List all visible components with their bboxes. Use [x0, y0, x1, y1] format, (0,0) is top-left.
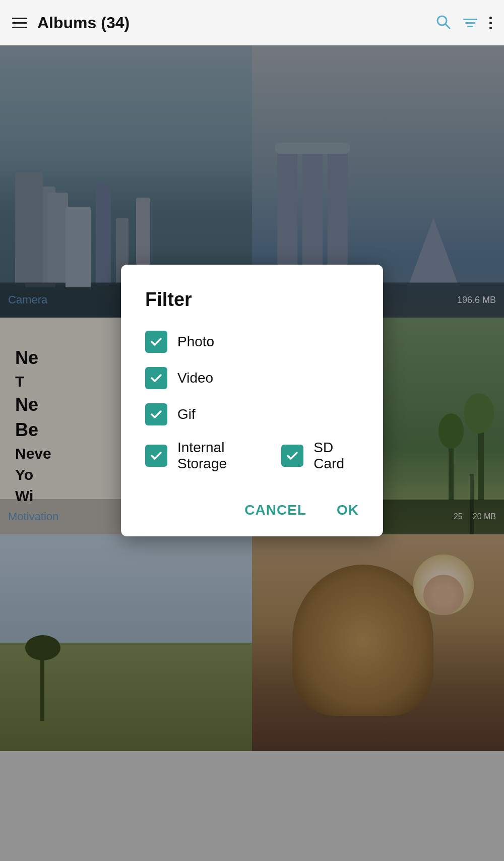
photo-checkbox[interactable] [145, 331, 167, 353]
header-left: Albums (34) [12, 14, 130, 32]
filter-icon[interactable] [463, 19, 477, 27]
sd-card-label: SD Card [313, 440, 359, 472]
filter-row-video: Video [145, 367, 359, 389]
internal-storage-label: Internal Storage [177, 440, 261, 472]
filter-row-gif: Gif [145, 403, 359, 425]
filter-row-photo: Photo [145, 331, 359, 353]
cancel-button[interactable]: CANCEL [244, 502, 306, 518]
app-header: Albums (34) [0, 0, 504, 45]
video-label: Video [177, 370, 213, 386]
svg-line-1 [446, 24, 450, 28]
filter-row-storage: Internal Storage SD Card [145, 440, 359, 472]
video-checkbox[interactable] [145, 367, 167, 389]
sd-card-checkbox[interactable] [281, 445, 303, 467]
dialog-actions: CANCEL OK [145, 497, 359, 518]
gif-label: Gif [177, 406, 196, 422]
page-title: Albums (34) [37, 14, 130, 32]
internal-storage-checkbox[interactable] [145, 445, 167, 467]
photo-label: Photo [177, 334, 214, 350]
header-right [435, 14, 492, 32]
menu-icon[interactable] [12, 18, 27, 28]
gif-checkbox[interactable] [145, 403, 167, 425]
search-icon[interactable] [435, 14, 451, 32]
ok-button[interactable]: OK [337, 502, 359, 518]
filter-dialog: Filter Photo Video [121, 265, 383, 536]
dialog-title: Filter [145, 289, 359, 311]
more-options-icon[interactable] [489, 17, 492, 29]
